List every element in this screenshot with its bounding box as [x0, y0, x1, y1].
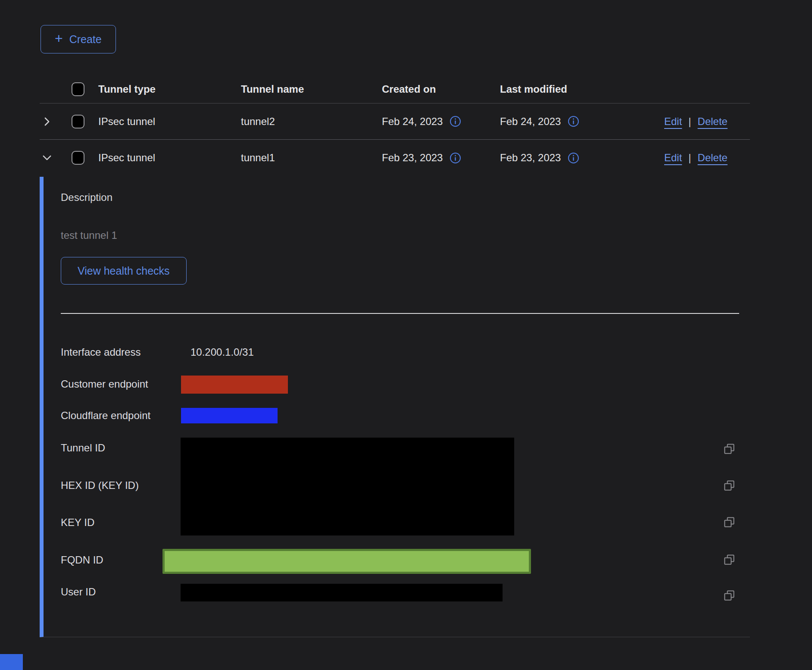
user-id-redacted-value	[181, 584, 503, 601]
header-last-modified: Last modified	[500, 83, 664, 95]
info-icon[interactable]	[568, 152, 579, 164]
header-created-on: Created on	[382, 83, 500, 95]
table-row: IPsec tunnel tunnel1 Feb 23, 2023 Feb 23…	[40, 140, 750, 176]
copy-icon[interactable]	[721, 478, 737, 494]
tunnel-name-cell: tunnel2	[241, 116, 382, 128]
action-separator: |	[688, 116, 691, 128]
copy-icon[interactable]	[721, 515, 737, 530]
copy-icon[interactable]	[721, 588, 737, 604]
row-checkbox[interactable]	[72, 151, 84, 165]
fqdn-id-redacted-value	[162, 549, 531, 574]
created-on-value: Feb 23, 2023	[382, 152, 443, 164]
interface-address-value: 10.200.1.0/31	[191, 346, 254, 358]
user-id-label: User ID	[61, 586, 96, 598]
chevron-right-icon[interactable]	[42, 117, 52, 126]
chevron-down-icon[interactable]	[42, 153, 52, 163]
tunnel-type-cell: IPsec tunnel	[98, 116, 241, 128]
create-button[interactable]: + Create	[41, 25, 116, 53]
header-tunnel-name: Tunnel name	[241, 83, 382, 95]
last-modified-value: Feb 23, 2023	[500, 152, 561, 164]
row-checkbox[interactable]	[72, 115, 84, 128]
info-icon[interactable]	[450, 116, 461, 127]
tunnels-table: Tunnel type Tunnel name Created on Last …	[40, 75, 750, 176]
description-value: test tunnel 1	[61, 229, 117, 241]
description-label: Description	[61, 191, 112, 204]
hex-id-label: HEX ID (KEY ID)	[61, 479, 139, 492]
interface-address-label: Interface address	[61, 346, 141, 358]
info-icon[interactable]	[568, 116, 579, 127]
select-all-checkbox[interactable]	[72, 82, 84, 96]
created-on-value: Feb 24, 2023	[382, 116, 443, 128]
tunnel-type-cell: IPsec tunnel	[98, 152, 241, 164]
fqdn-id-label: FQDN ID	[61, 554, 103, 566]
customer-endpoint-label: Customer endpoint	[61, 378, 148, 390]
table-header-row: Tunnel type Tunnel name Created on Last …	[40, 75, 750, 103]
edit-link[interactable]: Edit	[664, 116, 682, 128]
tunnel-name-cell: tunnel1	[241, 152, 382, 164]
tunnel-id-label: Tunnel ID	[61, 442, 105, 454]
delete-link[interactable]: Delete	[698, 116, 728, 128]
view-health-checks-button[interactable]: View health checks	[61, 257, 187, 285]
ids-redacted-value	[181, 438, 514, 535]
key-id-label: KEY ID	[61, 517, 94, 529]
copy-icon[interactable]	[721, 441, 737, 457]
create-button-label: Create	[69, 33, 102, 46]
tunnel-detail-panel: Description test tunnel 1 View health ch…	[40, 177, 750, 637]
action-separator: |	[688, 152, 691, 164]
cloudflare-endpoint-label: Cloudflare endpoint	[61, 410, 150, 422]
cloudflare-endpoint-redacted-value	[181, 408, 278, 423]
section-divider	[61, 313, 739, 314]
customer-endpoint-redacted-value	[181, 376, 288, 394]
last-modified-value: Feb 24, 2023	[500, 116, 561, 128]
table-row: IPsec tunnel tunnel2 Feb 24, 2023 Feb 24…	[40, 103, 750, 140]
delete-link[interactable]: Delete	[698, 152, 728, 164]
copy-icon[interactable]	[721, 552, 737, 568]
plus-icon: +	[55, 31, 63, 45]
header-tunnel-type: Tunnel type	[98, 83, 241, 95]
edit-link[interactable]: Edit	[664, 152, 682, 164]
corner-redaction-block	[0, 654, 23, 670]
info-icon[interactable]	[450, 152, 461, 164]
